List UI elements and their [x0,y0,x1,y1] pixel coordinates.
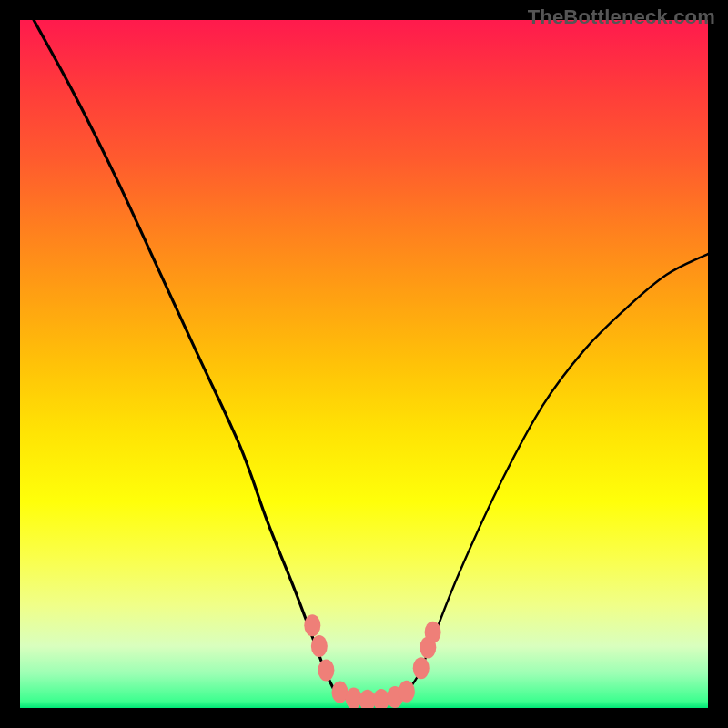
curve-markers [304,614,440,708]
data-marker [399,681,415,703]
data-marker [304,614,320,636]
plot-area [20,20,708,708]
curve-svg [20,20,708,708]
data-marker [425,622,441,643]
data-marker [318,659,334,681]
curve-right-branch [405,254,708,694]
data-marker [413,657,430,679]
watermark-text: TheBottleneck.com [528,5,715,29]
data-marker [311,635,328,657]
curve-left-branch [34,20,337,694]
chart-frame: TheBottleneck.com [0,0,728,728]
